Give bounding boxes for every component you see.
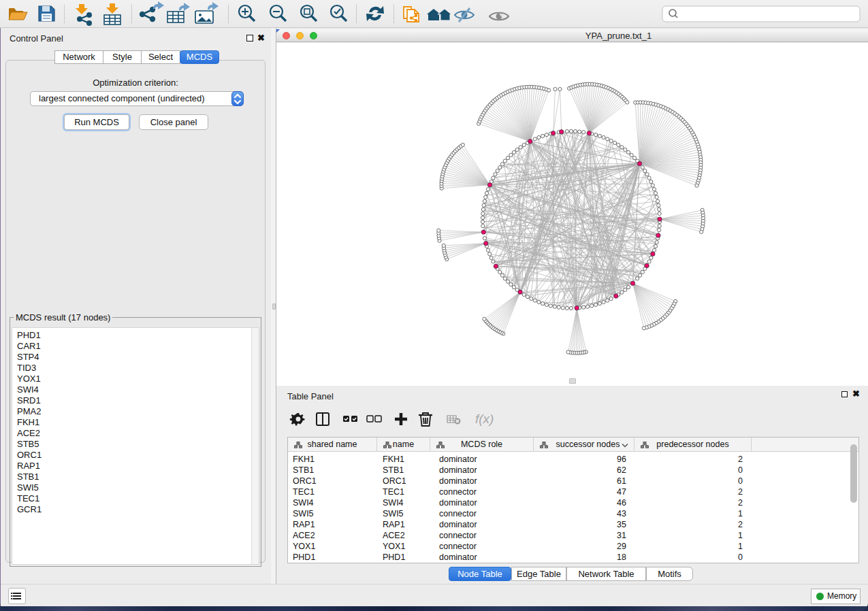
svg-text:f(x): f(x) [475,412,494,426]
